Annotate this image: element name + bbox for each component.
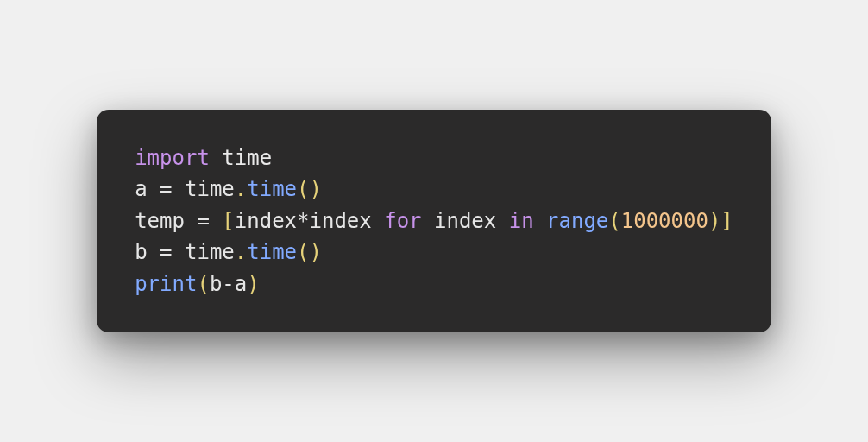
code-token: ( bbox=[197, 272, 209, 296]
code-block: import time a = time.time() temp = [inde… bbox=[97, 110, 771, 332]
code-token: )] bbox=[708, 209, 733, 233]
code-token: time bbox=[173, 177, 235, 201]
code-token bbox=[210, 146, 222, 170]
code-token: a bbox=[235, 272, 247, 296]
code-token: * bbox=[297, 209, 309, 233]
code-token: ) bbox=[247, 272, 259, 296]
code-token: b bbox=[135, 240, 160, 264]
code-token: index bbox=[309, 209, 384, 233]
code-token: . bbox=[235, 177, 247, 201]
code-token: time bbox=[173, 240, 235, 264]
code-token: in bbox=[509, 209, 534, 233]
code-token: a bbox=[135, 177, 160, 201]
code-token: ( bbox=[608, 209, 620, 233]
code-token: index bbox=[235, 209, 297, 233]
code-token bbox=[210, 209, 222, 233]
code-token: time bbox=[247, 240, 297, 264]
code-token: time bbox=[247, 177, 297, 201]
code-token: - bbox=[222, 272, 234, 296]
code-token: index bbox=[422, 209, 509, 233]
code-token: range bbox=[546, 209, 608, 233]
code-token bbox=[534, 209, 546, 233]
code-token: = bbox=[160, 177, 172, 201]
code-token: () bbox=[297, 240, 322, 264]
stage: import time a = time.time() temp = [inde… bbox=[0, 0, 868, 442]
code-token: = bbox=[160, 240, 172, 264]
code-token: for bbox=[384, 209, 421, 233]
code-token: [ bbox=[222, 209, 234, 233]
code-token: b bbox=[210, 272, 222, 296]
code-token: = bbox=[197, 209, 209, 233]
code-token: 1000000 bbox=[621, 209, 708, 233]
code-token: import bbox=[135, 146, 210, 170]
code-token: temp bbox=[135, 209, 197, 233]
code-token: print bbox=[135, 272, 197, 296]
code-content: import time a = time.time() temp = [inde… bbox=[135, 142, 733, 300]
code-token: . bbox=[235, 240, 247, 264]
code-token: () bbox=[297, 177, 322, 201]
code-token: time bbox=[222, 146, 272, 170]
